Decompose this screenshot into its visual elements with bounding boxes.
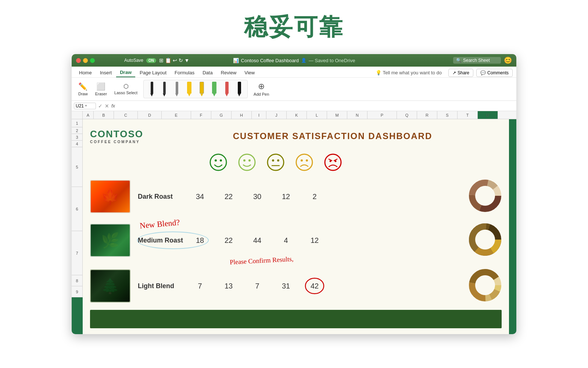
medium-roast-score-5: 12	[300, 236, 329, 245]
col-header-D[interactable]: D	[138, 111, 162, 119]
pen-item-6[interactable]	[209, 82, 219, 96]
col-header-B[interactable]: B	[94, 111, 114, 119]
add-pen-icon: ⊕	[258, 82, 265, 91]
medium-roast-score-3: 44	[243, 236, 272, 245]
dark-roast-score-2: 22	[214, 192, 243, 201]
light-blend-donut	[469, 269, 502, 303]
svg-point-23	[475, 186, 495, 206]
svg-point-7	[272, 159, 274, 162]
pen-item-8[interactable]	[234, 82, 244, 96]
pen-item-1[interactable]	[147, 82, 157, 96]
menu-item-formulas[interactable]: Formulas	[171, 68, 198, 77]
medium-roast-score-2: 22	[214, 236, 243, 245]
col-header-J[interactable]: J	[266, 111, 287, 119]
light-blend-score-3: 7	[243, 282, 272, 290]
col-header-G[interactable]: G	[211, 111, 232, 119]
dark-roast-image: 🍁	[90, 180, 130, 213]
row-num-9: 9	[72, 286, 82, 297]
dropdown-icon[interactable]: ▼	[85, 104, 87, 107]
dark-roast-scores: 34 22 30 12 2	[186, 192, 329, 201]
person-icon: 👤	[301, 58, 306, 63]
dark-roast-score-1: 34	[186, 192, 214, 201]
company-sub: COFFEE COMPANY	[90, 140, 140, 144]
col-header-F[interactable]: F	[191, 111, 211, 119]
medium-roast-image: 🌿	[90, 224, 130, 257]
light-blend-score-5: 42	[300, 282, 329, 290]
close-button[interactable]	[76, 58, 81, 63]
pen-item-7[interactable]	[222, 82, 232, 96]
col-header-P[interactable]: P	[368, 111, 397, 119]
svg-point-37	[475, 275, 495, 295]
light-blend-scores: 7 13 7 31 42	[186, 282, 329, 290]
medium-roast-score-4: 4	[272, 236, 300, 245]
menu-item-draw[interactable]: Draw	[116, 68, 135, 77]
col-header-L[interactable]: L	[307, 111, 327, 119]
medium-roast-name: Medium Roast	[138, 237, 186, 244]
row-num-7: 7	[72, 231, 82, 275]
title-bar-center: 📊 Contoso Coffee Dashboard 👤 — Saved to …	[233, 58, 355, 63]
col-header-U[interactable]: U	[478, 111, 498, 119]
svg-point-13	[325, 154, 341, 170]
pen-tip-2	[163, 93, 166, 96]
svg-point-6	[268, 154, 284, 170]
search-icon: 🔍	[456, 58, 462, 63]
dashboard-header: CONTOSO COFFEE COMPANY CUSTOMER SATISFAC…	[90, 125, 502, 147]
col-header-M[interactable]: M	[327, 111, 347, 119]
pen-item-5[interactable]	[197, 82, 207, 96]
share-button[interactable]: ↗ Share	[448, 69, 473, 77]
menu-item-data[interactable]: Data	[199, 68, 216, 77]
tell-me-section[interactable]: 💡 Tell me what you want to do	[373, 68, 445, 77]
face-happy	[204, 153, 233, 173]
svg-point-16	[330, 160, 331, 162]
menu-item-insert[interactable]: Insert	[96, 68, 116, 77]
col-header-A[interactable]: A	[83, 111, 94, 119]
svg-point-3	[239, 154, 255, 170]
draw-label: Draw	[78, 92, 88, 96]
pen-body-3	[176, 82, 178, 93]
draw-tool-eraser[interactable]: ⬜ Eraser	[92, 81, 110, 98]
col-header-C[interactable]: C	[114, 111, 138, 119]
formula-input[interactable]	[117, 102, 514, 110]
autosave-toggle[interactable]: ON	[146, 58, 156, 63]
menu-item-view[interactable]: View	[241, 68, 258, 77]
face-happy2	[233, 153, 261, 173]
svg-point-11	[301, 159, 303, 162]
col-header-R[interactable]: R	[417, 111, 437, 119]
fx-symbol: fx	[111, 103, 115, 109]
dark-roast-name: Dark Roast	[138, 193, 186, 201]
draw-tool-draw[interactable]: ✏️ Draw	[75, 81, 91, 98]
dashboard-area: CONTOSO COFFEE COMPANY CUSTOMER SATISFAC…	[83, 119, 509, 334]
menu-item-pagelayout[interactable]: Page Layout	[136, 68, 170, 77]
cell-reference[interactable]: U21 ▼	[74, 103, 96, 109]
col-header-K[interactable]: K	[287, 111, 307, 119]
sheet-area: 1 2 3 4 5 6 7 8 9 CONTOSO COFFEE COMPANY…	[72, 119, 516, 334]
menu-item-home[interactable]: Home	[75, 68, 96, 77]
col-header-S[interactable]: S	[437, 111, 458, 119]
col-header-T[interactable]: T	[458, 111, 478, 119]
search-bar[interactable]: 🔍 Search Sheet	[453, 57, 501, 64]
col-header-N[interactable]: N	[347, 111, 368, 119]
maximize-button[interactable]	[90, 58, 95, 63]
dark-roast-donut	[469, 179, 502, 214]
col-header-E[interactable]: E	[162, 111, 191, 119]
add-pen-button[interactable]: ⊕ Add Pen	[251, 80, 272, 98]
col-header-Q[interactable]: Q	[397, 111, 417, 119]
row-num-5: 5	[72, 147, 82, 187]
pen-tip-7	[225, 93, 228, 96]
pen-item-2[interactable]	[159, 82, 169, 96]
pen-item-4[interactable]	[184, 82, 194, 96]
checkmark-icon[interactable]: ✓	[98, 103, 103, 109]
light-blend-score-2: 13	[214, 282, 243, 290]
medium-roast-score-1: 18	[186, 236, 214, 245]
menu-bar: Home Insert Draw Page Layout Formulas Da…	[72, 67, 516, 78]
cancel-icon[interactable]: ✕	[105, 103, 109, 109]
col-header-I[interactable]: I	[252, 111, 266, 119]
col-header-H[interactable]: H	[232, 111, 252, 119]
pen-item-3[interactable]	[172, 82, 182, 96]
add-pen-label: Add Pen	[254, 92, 269, 96]
pen-body-1	[151, 82, 153, 93]
menu-item-review[interactable]: Review	[217, 68, 240, 77]
comments-button[interactable]: 💬 Comments	[476, 69, 513, 77]
draw-tool-lasso[interactable]: ⬡ Lasso Select	[111, 81, 140, 97]
minimize-button[interactable]	[83, 58, 88, 63]
